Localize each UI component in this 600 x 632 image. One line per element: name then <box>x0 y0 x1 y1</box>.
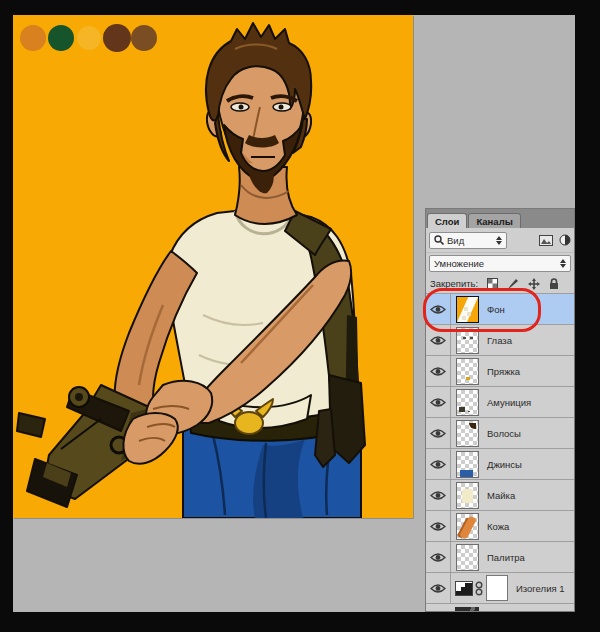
filter-kind-select[interactable]: Вид <box>429 232 507 249</box>
lock-all-icon[interactable] <box>549 278 559 290</box>
visibility-toggle[interactable] <box>426 480 451 510</box>
layer-name: Кожа <box>487 521 509 532</box>
visibility-toggle[interactable] <box>426 387 451 417</box>
blend-mode-select[interactable]: Умножение <box>429 255 571 272</box>
layer-filter-row: Вид <box>426 228 574 253</box>
tab-channels[interactable]: Каналы <box>468 213 520 229</box>
layer-row-partial[interactable] <box>426 604 574 612</box>
layer-name: Палитра <box>487 552 525 563</box>
layer-row-glaza[interactable]: Глаза <box>426 325 574 356</box>
visibility-toggle[interactable] <box>426 294 451 324</box>
eye-icon <box>430 521 446 532</box>
search-icon <box>434 235 444 245</box>
palette-dot-orange <box>20 25 46 51</box>
eye-icon <box>430 397 446 408</box>
visibility-toggle[interactable] <box>426 418 451 448</box>
palette-dots <box>20 24 157 52</box>
layer-thumbnail[interactable] <box>456 544 479 571</box>
lock-row: Закрепить: <box>426 274 574 294</box>
mask-link-icon[interactable] <box>475 581 483 596</box>
layer-thumbnail[interactable] <box>456 327 479 354</box>
layer-thumbnail[interactable] <box>456 513 479 540</box>
layer-name: Глаза <box>487 335 512 346</box>
eye-icon <box>430 552 446 563</box>
palette-dot-brown <box>131 25 157 51</box>
lock-pixels-brush-icon[interactable] <box>507 278 519 290</box>
layer-list: Фон Глаза Пряжка <box>426 294 574 612</box>
layers-panel: Слои Каналы Вид Умножение <box>425 208 575 612</box>
layer-name: Джинсы <box>487 459 522 470</box>
lock-position-icon[interactable] <box>528 278 540 290</box>
layer-row-mayka[interactable]: Майка <box>426 480 574 511</box>
lock-label: Закрепить: <box>430 278 478 289</box>
layer-row-volosy[interactable]: Волосы <box>426 418 574 449</box>
layer-thumbnail[interactable] <box>456 358 479 385</box>
tab-layers[interactable]: Слои <box>427 213 467 229</box>
layer-thumbnail[interactable] <box>456 420 479 447</box>
layer-name: Амуниция <box>487 397 531 408</box>
eye-icon <box>430 428 446 439</box>
layer-row-kozha[interactable]: Кожа <box>426 511 574 542</box>
layer-name: Фон <box>487 304 505 315</box>
palette-dot-dark-green <box>48 25 74 51</box>
eye-icon <box>430 583 446 594</box>
visibility-toggle[interactable] <box>426 449 451 479</box>
document-canvas[interactable] <box>13 15 413 518</box>
pixel-filter-icon[interactable] <box>539 235 553 246</box>
posterized-figure-artwork <box>13 15 413 518</box>
layer-row-dzhinsy[interactable]: Джинсы <box>426 449 574 480</box>
palette-dot-pale-yellow <box>77 26 101 50</box>
layer-thumbnail[interactable] <box>456 389 479 416</box>
layer-name: Изогелия 1 <box>516 583 565 594</box>
spinner-arrows-icon <box>496 236 502 245</box>
blend-mode-row: Умножение <box>426 253 574 274</box>
filter-kind-value: Вид <box>447 235 464 246</box>
visibility-toggle[interactable] <box>426 511 451 541</box>
palette-dot-dark-brown <box>103 24 131 52</box>
layer-row-fon[interactable]: Фон <box>426 294 574 325</box>
layer-thumbnail[interactable] <box>456 451 479 478</box>
lock-transparency-icon[interactable] <box>487 278 498 289</box>
threshold-adjustment-icon[interactable] <box>455 581 473 596</box>
layer-thumbnail <box>455 607 479 612</box>
figure <box>17 23 365 518</box>
visibility-toggle[interactable] <box>426 542 451 572</box>
visibility-toggle[interactable] <box>426 356 451 386</box>
visibility-toggle[interactable] <box>426 573 451 603</box>
layer-row-amunitsiya[interactable]: Амуниция <box>426 387 574 418</box>
layer-row-palitra[interactable]: Палитра <box>426 542 574 573</box>
layer-name: Майка <box>487 490 515 501</box>
panel-tab-bar: Слои Каналы <box>426 209 574 228</box>
eye-icon <box>430 366 446 377</box>
layer-row-izogeliya[interactable]: Изогелия 1 <box>426 573 574 604</box>
eye-icon <box>430 335 446 346</box>
eye-icon <box>430 304 446 315</box>
layer-row-pryazhka[interactable]: Пряжка <box>426 356 574 387</box>
spinner-arrows-icon <box>560 259 566 268</box>
layer-thumbnail[interactable] <box>456 482 479 509</box>
layer-mask-thumbnail[interactable] <box>486 575 508 601</box>
layer-name: Волосы <box>487 428 521 439</box>
layer-thumbnail[interactable] <box>456 296 479 323</box>
adjustment-filter-icon[interactable] <box>559 234 571 246</box>
eye-icon <box>430 459 446 470</box>
visibility-toggle[interactable] <box>426 325 451 355</box>
blend-mode-value: Умножение <box>434 258 484 269</box>
eye-icon <box>430 490 446 501</box>
layer-name: Пряжка <box>487 366 520 377</box>
